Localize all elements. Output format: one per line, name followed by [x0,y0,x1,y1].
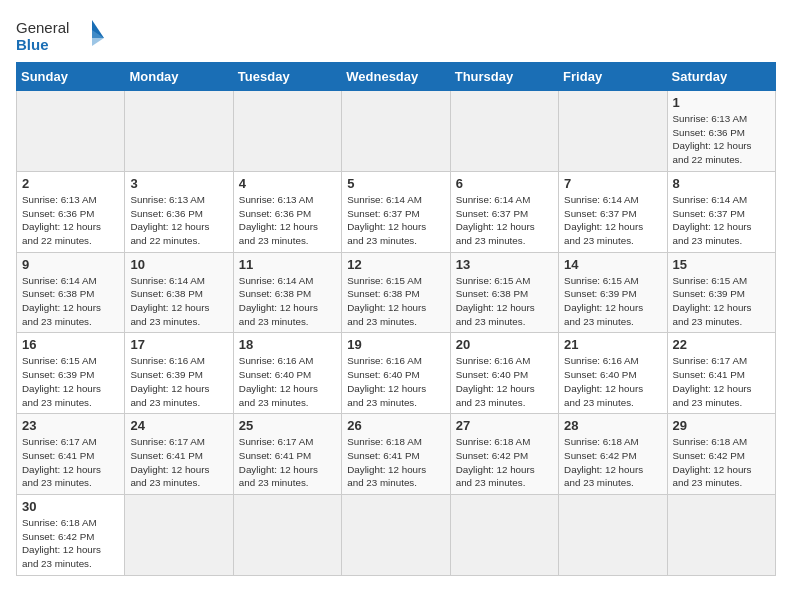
calendar-cell: 4Sunrise: 6:13 AMSunset: 6:36 PMDaylight… [233,171,341,252]
weekday-header-wednesday: Wednesday [342,63,450,91]
day-number: 26 [347,418,444,433]
calendar-week-row: 1Sunrise: 6:13 AMSunset: 6:36 PMDaylight… [17,91,776,172]
calendar-week-row: 23Sunrise: 6:17 AMSunset: 6:41 PMDayligh… [17,414,776,495]
calendar-week-row: 30Sunrise: 6:18 AMSunset: 6:42 PMDayligh… [17,495,776,576]
day-number: 12 [347,257,444,272]
calendar-table: SundayMondayTuesdayWednesdayThursdayFrid… [16,62,776,576]
day-number: 19 [347,337,444,352]
calendar-cell: 17Sunrise: 6:16 AMSunset: 6:39 PMDayligh… [125,333,233,414]
day-info: Sunrise: 6:16 AMSunset: 6:40 PMDaylight:… [239,354,336,409]
day-info: Sunrise: 6:15 AMSunset: 6:38 PMDaylight:… [456,274,553,329]
day-number: 25 [239,418,336,433]
calendar-cell [233,91,341,172]
day-number: 1 [673,95,770,110]
weekday-header-saturday: Saturday [667,63,775,91]
day-info: Sunrise: 6:17 AMSunset: 6:41 PMDaylight:… [673,354,770,409]
weekday-header-sunday: Sunday [17,63,125,91]
calendar-cell: 27Sunrise: 6:18 AMSunset: 6:42 PMDayligh… [450,414,558,495]
day-info: Sunrise: 6:14 AMSunset: 6:37 PMDaylight:… [347,193,444,248]
calendar-cell: 8Sunrise: 6:14 AMSunset: 6:37 PMDaylight… [667,171,775,252]
day-number: 4 [239,176,336,191]
day-info: Sunrise: 6:14 AMSunset: 6:37 PMDaylight:… [456,193,553,248]
day-info: Sunrise: 6:17 AMSunset: 6:41 PMDaylight:… [22,435,119,490]
calendar-cell [450,495,558,576]
calendar-cell [125,91,233,172]
weekday-header-tuesday: Tuesday [233,63,341,91]
calendar-cell: 22Sunrise: 6:17 AMSunset: 6:41 PMDayligh… [667,333,775,414]
calendar-cell: 19Sunrise: 6:16 AMSunset: 6:40 PMDayligh… [342,333,450,414]
calendar-cell: 26Sunrise: 6:18 AMSunset: 6:41 PMDayligh… [342,414,450,495]
day-info: Sunrise: 6:13 AMSunset: 6:36 PMDaylight:… [673,112,770,167]
calendar-cell: 16Sunrise: 6:15 AMSunset: 6:39 PMDayligh… [17,333,125,414]
weekday-header-row: SundayMondayTuesdayWednesdayThursdayFrid… [17,63,776,91]
calendar-cell: 20Sunrise: 6:16 AMSunset: 6:40 PMDayligh… [450,333,558,414]
calendar-cell [342,495,450,576]
calendar-cell: 24Sunrise: 6:17 AMSunset: 6:41 PMDayligh… [125,414,233,495]
calendar-cell: 3Sunrise: 6:13 AMSunset: 6:36 PMDaylight… [125,171,233,252]
day-info: Sunrise: 6:13 AMSunset: 6:36 PMDaylight:… [239,193,336,248]
day-info: Sunrise: 6:16 AMSunset: 6:40 PMDaylight:… [564,354,661,409]
calendar-cell [17,91,125,172]
day-info: Sunrise: 6:17 AMSunset: 6:41 PMDaylight:… [130,435,227,490]
day-number: 5 [347,176,444,191]
day-number: 15 [673,257,770,272]
calendar-cell [342,91,450,172]
day-info: Sunrise: 6:17 AMSunset: 6:41 PMDaylight:… [239,435,336,490]
svg-text:Blue: Blue [16,36,49,53]
calendar-cell: 9Sunrise: 6:14 AMSunset: 6:38 PMDaylight… [17,252,125,333]
calendar-cell: 7Sunrise: 6:14 AMSunset: 6:37 PMDaylight… [559,171,667,252]
day-info: Sunrise: 6:15 AMSunset: 6:39 PMDaylight:… [673,274,770,329]
svg-text:General: General [16,19,69,36]
calendar-cell [667,495,775,576]
day-info: Sunrise: 6:16 AMSunset: 6:40 PMDaylight:… [456,354,553,409]
day-number: 17 [130,337,227,352]
day-number: 13 [456,257,553,272]
calendar-cell: 12Sunrise: 6:15 AMSunset: 6:38 PMDayligh… [342,252,450,333]
weekday-header-friday: Friday [559,63,667,91]
calendar-cell [559,91,667,172]
calendar-cell: 29Sunrise: 6:18 AMSunset: 6:42 PMDayligh… [667,414,775,495]
day-number: 8 [673,176,770,191]
day-info: Sunrise: 6:15 AMSunset: 6:39 PMDaylight:… [564,274,661,329]
day-number: 14 [564,257,661,272]
day-info: Sunrise: 6:13 AMSunset: 6:36 PMDaylight:… [22,193,119,248]
calendar-cell: 5Sunrise: 6:14 AMSunset: 6:37 PMDaylight… [342,171,450,252]
calendar-cell: 15Sunrise: 6:15 AMSunset: 6:39 PMDayligh… [667,252,775,333]
day-number: 29 [673,418,770,433]
calendar-cell [559,495,667,576]
calendar-cell: 11Sunrise: 6:14 AMSunset: 6:38 PMDayligh… [233,252,341,333]
calendar-cell: 28Sunrise: 6:18 AMSunset: 6:42 PMDayligh… [559,414,667,495]
day-number: 10 [130,257,227,272]
day-number: 6 [456,176,553,191]
day-info: Sunrise: 6:16 AMSunset: 6:40 PMDaylight:… [347,354,444,409]
day-info: Sunrise: 6:15 AMSunset: 6:38 PMDaylight:… [347,274,444,329]
day-number: 22 [673,337,770,352]
day-number: 20 [456,337,553,352]
day-info: Sunrise: 6:18 AMSunset: 6:41 PMDaylight:… [347,435,444,490]
day-info: Sunrise: 6:14 AMSunset: 6:38 PMDaylight:… [239,274,336,329]
calendar-cell: 30Sunrise: 6:18 AMSunset: 6:42 PMDayligh… [17,495,125,576]
day-number: 23 [22,418,119,433]
day-number: 7 [564,176,661,191]
day-number: 2 [22,176,119,191]
weekday-header-thursday: Thursday [450,63,558,91]
calendar-week-row: 2Sunrise: 6:13 AMSunset: 6:36 PMDaylight… [17,171,776,252]
day-number: 11 [239,257,336,272]
calendar-week-row: 16Sunrise: 6:15 AMSunset: 6:39 PMDayligh… [17,333,776,414]
day-info: Sunrise: 6:13 AMSunset: 6:36 PMDaylight:… [130,193,227,248]
day-number: 16 [22,337,119,352]
day-number: 9 [22,257,119,272]
day-number: 27 [456,418,553,433]
calendar-cell: 18Sunrise: 6:16 AMSunset: 6:40 PMDayligh… [233,333,341,414]
day-info: Sunrise: 6:14 AMSunset: 6:37 PMDaylight:… [673,193,770,248]
day-info: Sunrise: 6:18 AMSunset: 6:42 PMDaylight:… [22,516,119,571]
calendar-cell: 25Sunrise: 6:17 AMSunset: 6:41 PMDayligh… [233,414,341,495]
calendar-cell [125,495,233,576]
calendar-cell: 10Sunrise: 6:14 AMSunset: 6:38 PMDayligh… [125,252,233,333]
day-info: Sunrise: 6:18 AMSunset: 6:42 PMDaylight:… [673,435,770,490]
calendar-cell: 14Sunrise: 6:15 AMSunset: 6:39 PMDayligh… [559,252,667,333]
calendar-cell: 21Sunrise: 6:16 AMSunset: 6:40 PMDayligh… [559,333,667,414]
day-number: 28 [564,418,661,433]
weekday-header-monday: Monday [125,63,233,91]
day-info: Sunrise: 6:15 AMSunset: 6:39 PMDaylight:… [22,354,119,409]
